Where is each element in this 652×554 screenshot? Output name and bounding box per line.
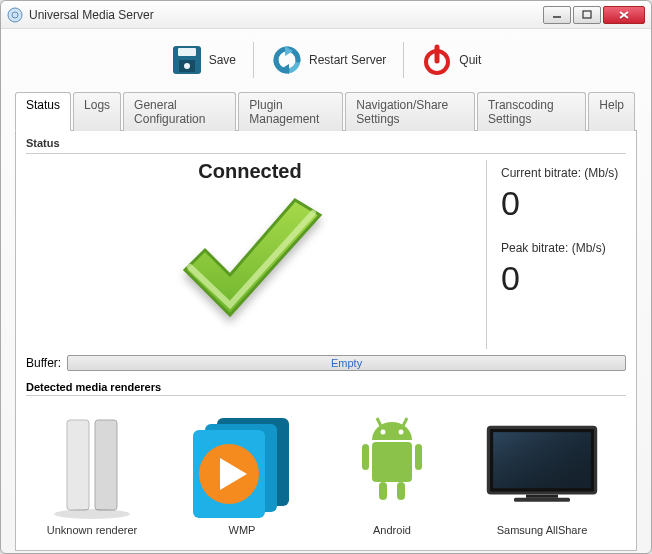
server-icon xyxy=(32,410,152,520)
svg-rect-22 xyxy=(372,442,412,482)
current-bitrate-label: Current bitrate: (Mb/s) xyxy=(501,166,626,180)
divider xyxy=(26,395,626,396)
tab-general[interactable]: General Configuration xyxy=(123,92,236,131)
quit-button[interactable]: Quit xyxy=(412,39,490,81)
tab-navigation[interactable]: Navigation/Share Settings xyxy=(345,92,475,131)
status-main: Connected xyxy=(26,160,474,349)
bitrate-sidebar: Current bitrate: (Mb/s) 0 Peak bitrate: … xyxy=(486,160,626,349)
restart-label: Restart Server xyxy=(309,53,386,67)
svg-rect-26 xyxy=(397,482,405,500)
tab-status[interactable]: Status xyxy=(15,92,71,131)
renderer-label: Samsung AllShare xyxy=(497,524,588,536)
svg-point-30 xyxy=(399,430,404,435)
tab-help[interactable]: Help xyxy=(588,92,635,131)
window-title: Universal Media Server xyxy=(29,8,543,22)
renderer-item[interactable]: Android xyxy=(332,410,452,536)
tab-transcoding[interactable]: Transcoding Settings xyxy=(477,92,586,131)
renderers-group-label: Detected media renderers xyxy=(26,381,626,393)
separator xyxy=(403,42,404,78)
tab-plugin[interactable]: Plugin Management xyxy=(238,92,343,131)
svg-rect-34 xyxy=(526,495,558,498)
toolbar: Save Restart Server Quit xyxy=(15,35,637,87)
maximize-button[interactable] xyxy=(573,6,601,24)
svg-rect-3 xyxy=(583,11,591,18)
connection-status: Connected xyxy=(26,160,474,183)
svg-point-16 xyxy=(54,509,130,519)
save-label: Save xyxy=(209,53,236,67)
restart-icon xyxy=(271,44,303,76)
svg-rect-24 xyxy=(415,444,422,470)
close-button[interactable] xyxy=(603,6,645,24)
current-bitrate-value: 0 xyxy=(501,184,626,223)
svg-rect-23 xyxy=(362,444,369,470)
svg-rect-35 xyxy=(514,498,570,502)
restart-button[interactable]: Restart Server xyxy=(262,39,395,81)
status-panel: Status Connected Current bitrate: (Mb/s) xyxy=(15,131,637,551)
status-group-label: Status xyxy=(26,137,626,149)
quit-label: Quit xyxy=(459,53,481,67)
svg-point-0 xyxy=(8,8,22,22)
renderer-item[interactable]: WMP xyxy=(182,410,302,536)
android-icon xyxy=(332,410,452,520)
renderer-label: WMP xyxy=(229,524,256,536)
power-icon xyxy=(421,44,453,76)
renderers-list: Unknown renderer WMP Android xyxy=(26,402,626,540)
svg-point-9 xyxy=(184,63,190,69)
buffer-label: Buffer: xyxy=(26,356,61,370)
peak-bitrate-label: Peak bitrate: (Mb/s) xyxy=(501,241,626,255)
tv-icon xyxy=(482,410,602,520)
buffer-text: Empty xyxy=(331,357,362,369)
renderer-label: Android xyxy=(373,524,411,536)
wmp-icon xyxy=(182,410,302,520)
app-icon xyxy=(7,7,23,23)
renderer-label: Unknown renderer xyxy=(47,524,138,536)
window-controls xyxy=(543,6,645,24)
save-button[interactable]: Save xyxy=(162,39,245,81)
peak-bitrate-value: 0 xyxy=(501,259,626,298)
status-row: Connected Current bitrate: (Mb/s) 0 Peak… xyxy=(26,160,626,349)
svg-rect-25 xyxy=(379,482,387,500)
svg-point-29 xyxy=(381,430,386,435)
renderer-item[interactable]: Samsung AllShare xyxy=(482,410,602,536)
svg-rect-33 xyxy=(493,432,591,488)
svg-rect-7 xyxy=(178,48,196,56)
buffer-row: Buffer: Empty xyxy=(26,355,626,371)
svg-rect-15 xyxy=(95,420,117,510)
svg-rect-14 xyxy=(67,420,89,510)
app-window: Universal Media Server Save Restart Serv… xyxy=(0,0,652,554)
content: Save Restart Server Quit Status Logs Gen… xyxy=(1,29,651,554)
renderer-item[interactable]: Unknown renderer xyxy=(32,410,152,536)
titlebar[interactable]: Universal Media Server xyxy=(1,1,651,29)
save-icon xyxy=(171,44,203,76)
buffer-progress: Empty xyxy=(67,355,626,371)
tab-logs[interactable]: Logs xyxy=(73,92,121,131)
divider xyxy=(26,153,626,154)
minimize-button[interactable] xyxy=(543,6,571,24)
separator xyxy=(253,42,254,78)
checkmark-icon xyxy=(155,185,345,349)
tab-bar: Status Logs General Configuration Plugin… xyxy=(15,91,637,131)
